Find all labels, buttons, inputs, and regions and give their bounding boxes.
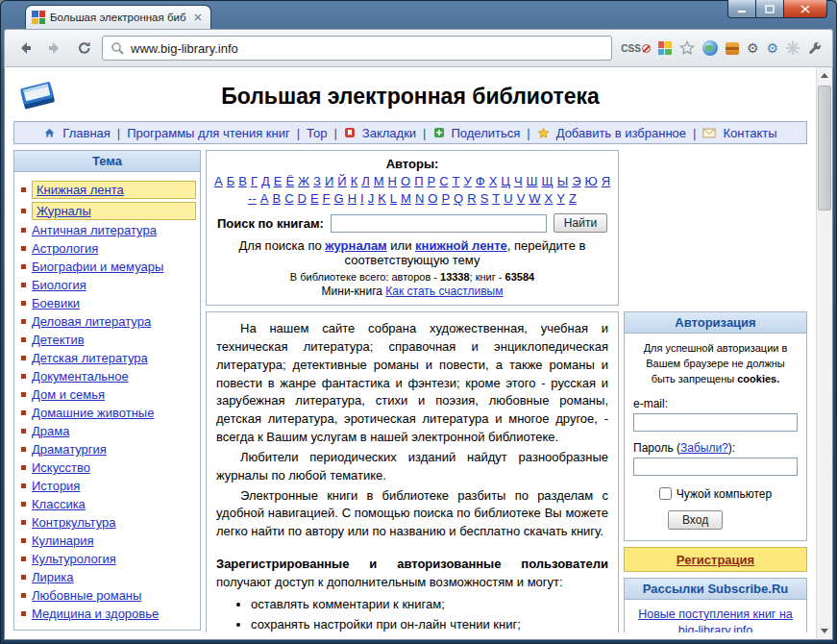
- nav-bookmarks-link[interactable]: Закладки: [362, 126, 416, 140]
- topic-link[interactable]: Астрология: [32, 241, 98, 256]
- author-letter-link[interactable]: А: [214, 174, 223, 188]
- author-letter-link[interactable]: C: [284, 191, 293, 206]
- scrollbar-thumb[interactable]: [818, 86, 831, 211]
- author-letter-link[interactable]: K: [378, 191, 386, 206]
- author-letter-link[interactable]: Й: [337, 174, 346, 188]
- forward-button[interactable]: [42, 36, 67, 61]
- author-letter-link[interactable]: Ё: [285, 174, 294, 188]
- book-feed-link[interactable]: книжной ленте: [415, 238, 507, 253]
- author-letter-link[interactable]: R: [467, 191, 476, 206]
- author-letter-link[interactable]: Q: [454, 191, 463, 206]
- author-letter-link[interactable]: J: [368, 191, 375, 206]
- author-letter-link[interactable]: V: [517, 191, 526, 206]
- topic-link[interactable]: Биология: [32, 278, 86, 292]
- author-letter-link[interactable]: М: [374, 174, 384, 188]
- topic-item[interactable]: Драматургия: [21, 440, 196, 458]
- author-letter-link[interactable]: Д: [261, 174, 270, 188]
- author-letter-link[interactable]: С: [439, 174, 448, 188]
- scroll-down-arrow[interactable]: [817, 623, 832, 639]
- minimize-button[interactable]: [727, 0, 756, 18]
- author-letter-link[interactable]: E: [310, 191, 319, 206]
- topic-item[interactable]: Биографии и мемуары: [21, 258, 196, 276]
- topic-item[interactable]: Документальное: [21, 367, 196, 385]
- reload-button[interactable]: [72, 36, 97, 61]
- mini-book-link[interactable]: Как стать счастливым: [385, 285, 503, 298]
- login-button[interactable]: Вход: [668, 510, 723, 530]
- gear-extension-icon[interactable]: ⚙: [747, 41, 759, 55]
- author-letter-link[interactable]: Ч: [514, 174, 523, 188]
- wrench-menu-icon[interactable]: [807, 40, 823, 56]
- author-letter-link[interactable]: --: [248, 191, 257, 206]
- author-letter-link[interactable]: Г: [251, 174, 258, 188]
- author-letter-link[interactable]: Я: [602, 174, 610, 188]
- author-letter-link[interactable]: У: [463, 174, 471, 188]
- address-bar[interactable]: www.big-library.info: [102, 36, 612, 61]
- topic-link[interactable]: Контркультура: [32, 515, 115, 530]
- author-letter-link[interactable]: З: [313, 174, 321, 188]
- topic-link[interactable]: Детская литература: [32, 351, 148, 365]
- register-link[interactable]: Регистрация: [677, 553, 754, 567]
- author-letter-link[interactable]: Ш: [527, 174, 538, 188]
- author-letter-link[interactable]: О: [401, 174, 410, 188]
- topic-link[interactable]: Документальное: [32, 369, 129, 384]
- author-letter-link[interactable]: В: [238, 174, 247, 188]
- maximize-button[interactable]: [756, 0, 784, 18]
- author-letter-link[interactable]: Б: [227, 174, 235, 188]
- topic-link[interactable]: Искусство: [32, 460, 90, 475]
- author-letter-link[interactable]: T: [492, 191, 500, 206]
- tab-close-icon[interactable]: [191, 11, 205, 24]
- back-button[interactable]: [12, 36, 37, 61]
- topic-link[interactable]: Дом и семья: [32, 387, 105, 402]
- author-letter-link[interactable]: Е: [274, 174, 283, 188]
- topic-item[interactable]: Любовные романы: [21, 586, 196, 605]
- topic-item[interactable]: Лирика: [21, 568, 196, 586]
- scroll-up-arrow[interactable]: [817, 67, 832, 84]
- author-letter-link[interactable]: M: [401, 191, 411, 206]
- package-extension-icon[interactable]: [726, 42, 739, 55]
- nav-reading-apps-link[interactable]: Программы для чтения книг: [127, 126, 289, 140]
- author-letter-link[interactable]: Р: [427, 174, 435, 188]
- author-letter-link[interactable]: P: [441, 191, 450, 206]
- email-field[interactable]: [633, 413, 798, 432]
- topic-item[interactable]: Классика: [21, 495, 196, 513]
- nav-home-link[interactable]: Главная: [62, 126, 110, 140]
- author-letter-link[interactable]: A: [260, 191, 269, 206]
- author-letter-link[interactable]: Y: [556, 191, 565, 206]
- author-letter-link[interactable]: Х: [489, 174, 498, 188]
- new-arrivals-link[interactable]: Новые поступления книг на big-library.in…: [630, 607, 800, 632]
- topic-item[interactable]: Детектив: [21, 331, 196, 349]
- search-button[interactable]: Найти: [554, 213, 607, 233]
- topic-item[interactable]: Кулинария: [21, 532, 196, 550]
- topic-item[interactable]: Искусство: [21, 458, 196, 477]
- author-letter-link[interactable]: B: [272, 191, 281, 206]
- url-text[interactable]: www.big-library.info: [131, 41, 238, 56]
- topic-link[interactable]: Драма: [32, 424, 69, 438]
- topic-link[interactable]: Медицина и здоровье: [32, 607, 159, 621]
- author-letter-link[interactable]: П: [414, 174, 423, 188]
- author-letter-link[interactable]: Э: [572, 174, 580, 188]
- author-letter-link[interactable]: Z: [569, 191, 577, 206]
- author-letter-link[interactable]: W: [529, 191, 540, 206]
- topic-link[interactable]: Античная литература: [32, 223, 157, 237]
- topic-link[interactable]: Деловая литература: [32, 314, 151, 329]
- browser-tab[interactable]: Большая электронная биб: [25, 5, 211, 29]
- gear-blue-extension-icon[interactable]: ⚙: [766, 41, 778, 55]
- journals-link[interactable]: журналам: [325, 238, 386, 253]
- topic-item[interactable]: Медицина и здоровье: [21, 605, 196, 623]
- author-letter-link[interactable]: Т: [453, 174, 460, 188]
- css-toggle-icon[interactable]: CSS: [621, 43, 651, 54]
- topic-link[interactable]: Лирика: [32, 570, 74, 584]
- topic-link[interactable]: Книжная лента: [32, 181, 196, 199]
- author-letter-link[interactable]: L: [390, 191, 397, 206]
- author-letter-link[interactable]: U: [504, 191, 512, 206]
- topic-link[interactable]: Боевики: [32, 296, 80, 310]
- author-letter-link[interactable]: S: [480, 191, 489, 206]
- topic-link[interactable]: Драматургия: [32, 442, 107, 457]
- topic-item[interactable]: Дом и семья: [21, 385, 196, 404]
- author-letter-link[interactable]: O: [428, 191, 437, 206]
- globe-extension-icon[interactable]: [702, 40, 718, 56]
- author-letter-link[interactable]: N: [415, 191, 424, 206]
- topic-link[interactable]: Кулинария: [32, 533, 94, 548]
- forgot-password-link[interactable]: Забыли?: [680, 441, 728, 455]
- author-letter-link[interactable]: Щ: [542, 174, 554, 188]
